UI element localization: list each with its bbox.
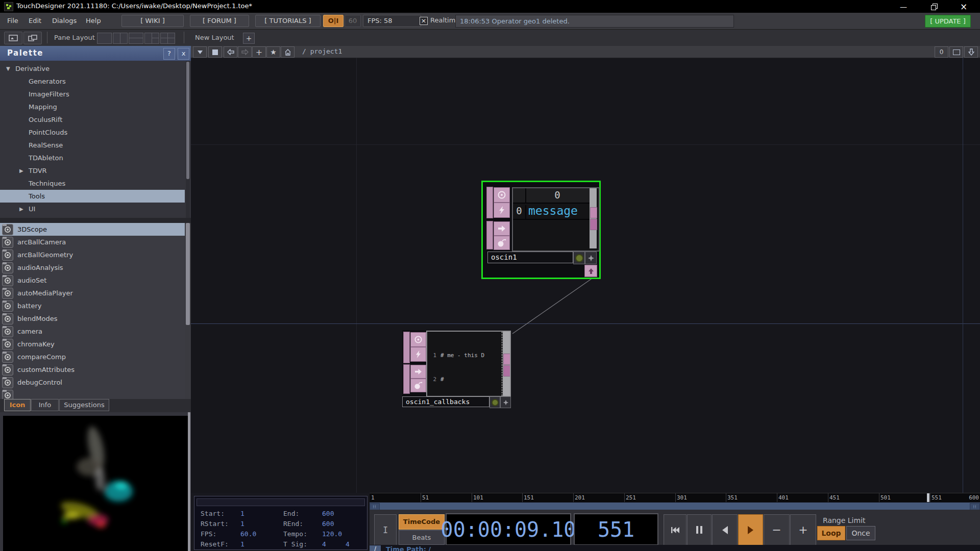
tree-item-realsense[interactable]: RealSense bbox=[0, 139, 185, 152]
new-layout-add-button[interactable]: + bbox=[243, 33, 255, 44]
network-path-breadcrumb[interactable]: / project1 bbox=[302, 47, 342, 55]
node-active-toggle-button[interactable] bbox=[410, 347, 426, 362]
tempo-value[interactable]: 120.0 bbox=[322, 530, 342, 538]
node-output-connector[interactable] bbox=[503, 354, 510, 365]
close-button[interactable]: × bbox=[952, 0, 975, 13]
node-viewer-toggle-button[interactable] bbox=[410, 332, 426, 347]
list-item-arcballgeometry[interactable]: arcBallGeometry bbox=[0, 248, 185, 262]
tree-item-oculusrift[interactable]: OculusRift bbox=[0, 113, 185, 126]
node-oscin1[interactable]: 0 0 message oscin1 bbox=[481, 181, 601, 279]
node-output-connector[interactable] bbox=[503, 365, 510, 377]
drop-level-button[interactable] bbox=[964, 46, 978, 58]
fps-indicator[interactable]: FPS: 58 bbox=[363, 15, 421, 27]
loop-button[interactable]: Loop bbox=[817, 526, 845, 540]
list-item-partial[interactable] bbox=[0, 389, 185, 399]
node-add-flag-button[interactable] bbox=[500, 396, 511, 408]
wiki-button[interactable]: [ WIKI ] bbox=[121, 15, 184, 27]
timeline-ruler[interactable]: 1 51 101 151 201 251 301 351 401 451 501… bbox=[370, 493, 980, 503]
palette-splitter[interactable] bbox=[0, 218, 191, 223]
timeline-scrollbar[interactable]: ⁞⁞ ⁞⁞ bbox=[370, 502, 980, 510]
list-item-audioanalysis[interactable]: audioAnalysis bbox=[0, 261, 185, 274]
list-item-blendmodes[interactable]: blendModes bbox=[0, 312, 185, 325]
start-value[interactable]: 1 bbox=[240, 510, 244, 517]
fps-value[interactable]: 60.0 bbox=[240, 530, 256, 538]
node-dock-strip[interactable] bbox=[403, 332, 410, 363]
update-button[interactable]: [ UPDATE ] bbox=[925, 15, 971, 28]
menu-edit[interactable]: Edit bbox=[26, 16, 44, 26]
node-output-connector[interactable] bbox=[590, 207, 597, 218]
node-bypass-button[interactable] bbox=[573, 252, 585, 264]
scrub-mode-button[interactable]: I bbox=[374, 514, 397, 545]
tree-item-tdvr[interactable]: ▶ TDVR bbox=[0, 164, 185, 177]
zoom-in-button[interactable]: + bbox=[252, 46, 266, 58]
node-code-viewer[interactable]: 1# me - this D 2# 3# dat - the D 4# rowI… bbox=[426, 331, 511, 397]
tutorials-button[interactable]: [ TUTORIALS ] bbox=[255, 15, 321, 27]
layout-preset-two-columns[interactable] bbox=[113, 33, 128, 44]
node-pulse-flag-button[interactable] bbox=[410, 379, 426, 392]
tsig-numerator[interactable]: 4 bbox=[322, 540, 326, 548]
layout-preset-two-rows[interactable] bbox=[129, 33, 143, 44]
node-add-flag-button[interactable] bbox=[585, 252, 597, 264]
tsig-denominator[interactable]: 4 bbox=[346, 540, 350, 548]
pane-menu-button[interactable] bbox=[193, 46, 207, 58]
menu-dialogs[interactable]: Dialogs bbox=[49, 16, 80, 26]
list-item-arcballcamera[interactable]: arcBallCamera bbox=[0, 236, 185, 249]
tree-item-ui[interactable]: ▶ UI bbox=[0, 203, 185, 215]
list-item-3dscope[interactable]: 3DScope bbox=[0, 223, 185, 236]
menu-help[interactable]: Help bbox=[83, 16, 104, 26]
tab-suggestions[interactable]: Suggestions bbox=[59, 399, 109, 411]
list-item-camera[interactable]: camera bbox=[0, 325, 185, 338]
tree-expand-icon[interactable]: ▼ bbox=[6, 62, 10, 75]
rend-value[interactable]: 600 bbox=[322, 520, 334, 528]
beats-mode-button[interactable]: Beats bbox=[399, 530, 445, 545]
node-bypass-button[interactable] bbox=[489, 396, 500, 408]
node-expose-button[interactable] bbox=[584, 265, 597, 277]
node-export-flag-button[interactable] bbox=[410, 365, 426, 379]
node-table-viewer[interactable]: 0 0 message bbox=[512, 187, 600, 252]
pause-button[interactable] bbox=[687, 514, 712, 545]
frame-display[interactable]: 551 bbox=[574, 513, 658, 545]
playhead[interactable] bbox=[927, 493, 929, 503]
panel-edge-scrollbar[interactable] bbox=[188, 412, 190, 551]
layout-preset-three-panes[interactable] bbox=[144, 33, 159, 44]
list-item-comparecomp[interactable]: compareComp bbox=[0, 350, 185, 364]
tree-item-derivative[interactable]: ▼ Derivative bbox=[0, 62, 185, 75]
node-dock-strip[interactable] bbox=[486, 221, 493, 249]
palette-close-button[interactable]: x bbox=[178, 48, 189, 60]
code-scrollbar[interactable] bbox=[503, 332, 510, 396]
tree-item-mapping[interactable]: Mapping bbox=[0, 101, 185, 113]
layout-preset-grid[interactable] bbox=[160, 33, 175, 44]
table-scrollbar[interactable] bbox=[590, 188, 597, 248]
tab-info[interactable]: Info bbox=[31, 399, 59, 411]
once-button[interactable]: Once bbox=[846, 526, 875, 540]
node-export-flag-button[interactable] bbox=[494, 221, 510, 236]
list-item-customattributes[interactable]: customAttributes bbox=[0, 363, 185, 377]
rstart-value[interactable]: 1 bbox=[240, 520, 244, 528]
timecode-display[interactable]: 00:00:09.10 bbox=[446, 513, 571, 545]
stop-button[interactable] bbox=[208, 46, 222, 58]
node-name-field[interactable]: oscin1_callbacks bbox=[402, 396, 489, 407]
node-oscin1-callbacks[interactable]: 1# me - this D 2# 3# dat - the D 4# rowI… bbox=[402, 330, 510, 396]
tree-item-generators[interactable]: Generators bbox=[0, 75, 185, 88]
node-dock-strip[interactable] bbox=[403, 364, 410, 394]
realtime-checkbox[interactable]: × bbox=[420, 17, 428, 25]
list-item-debugcontrol[interactable]: debugControl bbox=[0, 376, 185, 389]
step-back-button[interactable]: − bbox=[764, 514, 790, 545]
palette-help-button[interactable]: ? bbox=[163, 48, 175, 60]
node-name-field[interactable]: oscin1 bbox=[487, 252, 573, 263]
frame-view-button[interactable] bbox=[949, 46, 963, 58]
node-dock-strip[interactable] bbox=[486, 187, 493, 218]
list-item-automediaplayer[interactable]: autoMediaPlayer bbox=[0, 287, 185, 300]
tree-item-pointclouds[interactable]: PointClouds bbox=[0, 126, 185, 139]
end-value[interactable]: 600 bbox=[322, 510, 334, 517]
tree-item-tools[interactable]: Tools bbox=[0, 190, 185, 203]
tree-collapse-icon[interactable]: ▶ bbox=[19, 164, 23, 177]
tree-item-techniques[interactable]: Techniques bbox=[0, 177, 185, 190]
home-button[interactable] bbox=[281, 46, 295, 58]
time-path-chip[interactable]: / bbox=[370, 545, 381, 551]
restore-button[interactable] bbox=[922, 0, 945, 13]
step-forward-button[interactable]: + bbox=[790, 514, 816, 545]
tree-scrollbar[interactable] bbox=[186, 61, 190, 233]
play-forward-button[interactable] bbox=[738, 514, 763, 545]
back-button[interactable] bbox=[224, 46, 237, 58]
